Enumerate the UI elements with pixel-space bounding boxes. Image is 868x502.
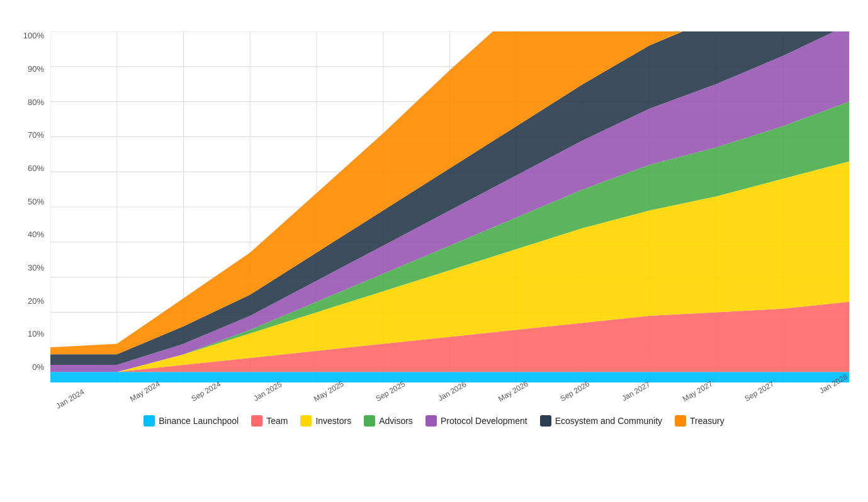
legend-swatch-1: [251, 415, 262, 427]
y-label-10: 10%: [19, 330, 44, 338]
legend-label-2: Investors: [315, 416, 351, 426]
legend-item-0: Binance Launchpool: [144, 415, 239, 427]
legend-item-6: Treasury: [675, 415, 724, 427]
y-label-50: 50%: [19, 198, 44, 206]
legend-swatch-2: [300, 415, 312, 427]
chart-svg-wrapper: [50, 31, 849, 382]
legend-label-0: Binance Launchpool: [159, 416, 239, 426]
legend-swatch-4: [426, 415, 437, 427]
chart-legend: Binance LaunchpoolTeamInvestorsAdvisorsP…: [19, 415, 849, 427]
legend-label-3: Advisors: [379, 416, 413, 426]
y-label-70: 70%: [19, 131, 44, 139]
x-axis: Jan 2024May 2024Sep 2024Jan 2025May 2025…: [50, 382, 849, 396]
y-label-20: 20%: [19, 297, 44, 305]
legend-item-1: Team: [251, 415, 288, 427]
y-label-40: 40%: [19, 230, 44, 238]
y-axis: 0% 10% 20% 30% 40% 50% 60% 70% 80% 90% 1…: [19, 31, 50, 396]
y-label-0: 0%: [19, 363, 44, 371]
y-label-100: 100%: [19, 31, 44, 40]
legend-label-6: Treasury: [690, 416, 724, 426]
legend-swatch-5: [540, 415, 551, 427]
legend-swatch-0: [144, 415, 155, 427]
legend-item-2: Investors: [300, 415, 351, 427]
y-label-60: 60%: [19, 164, 44, 172]
legend-label-4: Protocol Development: [441, 416, 527, 426]
y-label-90: 90%: [19, 65, 44, 73]
legend-item-3: Advisors: [364, 415, 413, 427]
legend-swatch-3: [364, 415, 375, 427]
legend-item-5: Ecosystem and Community: [540, 415, 662, 427]
legend-swatch-6: [675, 415, 686, 427]
y-label-80: 80%: [19, 98, 44, 106]
y-label-30: 30%: [19, 264, 44, 272]
legend-label-5: Ecosystem and Community: [555, 416, 662, 426]
legend-label-1: Team: [266, 416, 288, 426]
legend-item-4: Protocol Development: [426, 415, 527, 427]
